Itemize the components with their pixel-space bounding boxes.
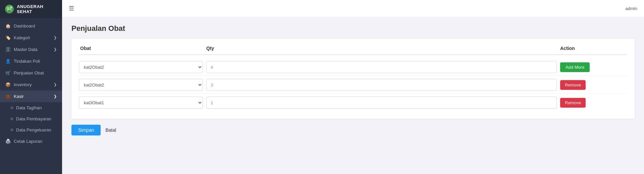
penjualan-obat-icon: 🛒 <box>5 70 11 75</box>
chevron-down-icon: ❯ <box>54 94 57 99</box>
table-row: kat2Obat2 kat3Obat1 kat1Obat1 Remove <box>79 76 627 94</box>
sidebar-item-label: Dashboard <box>14 23 35 28</box>
kategori-icon: 🏷️ <box>5 35 11 40</box>
sidebar-item-penjualan-obat[interactable]: 🛒 Penjualan Obat <box>0 67 62 79</box>
hamburger-icon[interactable]: ☰ <box>69 5 74 12</box>
sidebar: ANUGERAH SEHAT 🏠 Dashboard 🏷️ Kategori ❯… <box>0 0 62 174</box>
col-header-action: Action <box>560 46 627 51</box>
sidebar-item-master-data[interactable]: 🗄️ Master Data ❯ <box>0 44 62 55</box>
sidebar-item-label: Kasir <box>14 94 24 99</box>
action-cell-1: Add More <box>560 62 627 72</box>
bottom-actions: Simpan Batal <box>71 125 635 135</box>
inventory-icon: 📦 <box>5 82 11 87</box>
remove-button-3[interactable]: Remove <box>560 98 586 108</box>
table-row: kat3Obat1 kat2Obat2 kat1Obat1 Remove <box>79 94 627 111</box>
sidebar-item-kasir[interactable]: 💼 Kasir ❯ <box>0 91 62 102</box>
logo-icon <box>5 4 14 14</box>
sidebar-item-dashboard[interactable]: 🏠 Dashboard <box>0 20 62 32</box>
form-card: Obat Qty Action kat2Obat2 kat3Obat1 kat1… <box>71 39 635 119</box>
sidebar-sub-label: Data Tagihan <box>16 105 42 110</box>
dot-icon <box>11 118 13 120</box>
qty-input-1[interactable] <box>206 61 557 73</box>
qty-input-2[interactable] <box>206 79 557 91</box>
obat-select-2[interactable]: kat2Obat2 kat3Obat1 kat1Obat1 <box>79 79 203 91</box>
page-title: Penjualan Obat <box>71 24 635 33</box>
cetak-laporan-icon: 🖨️ <box>5 139 11 144</box>
batal-button[interactable]: Batal <box>104 125 117 135</box>
sidebar-nav: 🏠 Dashboard 🏷️ Kategori ❯ 🗄️ Master Data… <box>0 18 62 174</box>
sidebar-item-data-tagihan[interactable]: Data Tagihan <box>0 102 62 113</box>
sidebar-item-inventory[interactable]: 📦 Inventory ❯ <box>0 79 62 91</box>
sidebar-item-cetak-laporan[interactable]: 🖨️ Cetak Laporan <box>0 135 62 147</box>
sidebar-item-label: Inventory <box>14 82 32 87</box>
table-row: kat2Obat2 kat3Obat1 kat1Obat1 Add More <box>79 58 627 76</box>
sidebar-item-data-pembayaran[interactable]: Data Pembayaran <box>0 113 62 124</box>
simpan-button[interactable]: Simpan <box>71 125 101 135</box>
sidebar-item-label: Master Data <box>14 47 38 52</box>
qty-input-3[interactable] <box>206 97 557 109</box>
tindakan-poli-icon: 👤 <box>5 59 11 64</box>
chevron-right-icon: ❯ <box>54 82 57 87</box>
col-header-qty: Qty <box>206 46 560 51</box>
kasir-icon: 💼 <box>5 94 11 99</box>
sidebar-item-tindakan-poli[interactable]: 👤 Tindakan Poli <box>0 55 62 67</box>
sidebar-item-label: Kategori <box>14 35 30 40</box>
action-cell-2: Remove <box>560 80 627 90</box>
logo-text: ANUGERAH SEHAT <box>17 4 57 14</box>
col-header-obat: Obat <box>79 46 206 51</box>
obat-select-3[interactable]: kat3Obat1 kat2Obat2 kat1Obat1 <box>79 97 203 109</box>
table-header: Obat Qty Action <box>79 46 627 55</box>
sidebar-item-data-pengeluaran[interactable]: Data Pengeluaran <box>0 124 62 135</box>
dot-icon <box>11 129 13 131</box>
obat-select-1[interactable]: kat2Obat2 kat3Obat1 kat1Obat1 <box>79 61 203 73</box>
main-wrapper: ☰ admin Penjualan Obat Obat Qty Action k… <box>62 0 644 174</box>
main-content: Penjualan Obat Obat Qty Action kat2Obat2… <box>62 17 644 174</box>
topbar-user: admin <box>626 6 637 11</box>
sidebar-item-kategori[interactable]: 🏷️ Kategori ❯ <box>0 32 62 44</box>
dot-icon <box>11 107 13 109</box>
master-data-icon: 🗄️ <box>5 47 11 52</box>
sidebar-item-label: Cetak Laporan <box>14 139 42 144</box>
dashboard-icon: 🏠 <box>5 23 11 28</box>
sidebar-sub-label: Data Pembayaran <box>16 116 51 121</box>
chevron-right-icon: ❯ <box>54 36 57 40</box>
sidebar-item-label: Tindakan Poli <box>14 59 40 64</box>
remove-button-2[interactable]: Remove <box>560 80 586 90</box>
sidebar-sub-label: Data Pengeluaran <box>16 127 51 132</box>
chevron-right-icon: ❯ <box>54 47 57 52</box>
sidebar-logo: ANUGERAH SEHAT <box>0 0 62 18</box>
add-more-button[interactable]: Add More <box>560 62 590 72</box>
topbar: ☰ admin <box>62 0 644 17</box>
sidebar-item-label: Penjualan Obat <box>14 70 44 75</box>
action-cell-3: Remove <box>560 98 627 108</box>
topbar-left: ☰ <box>69 5 74 12</box>
svg-point-2 <box>10 6 12 9</box>
